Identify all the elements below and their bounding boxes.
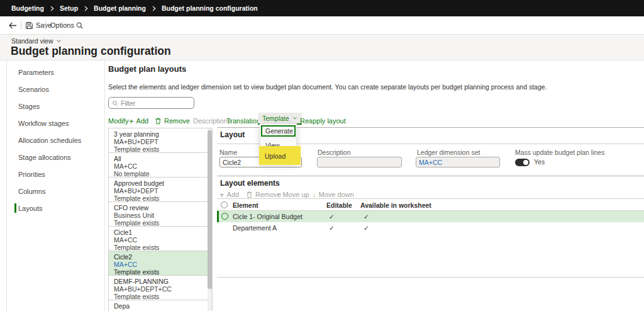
editable-check-icon: ✓ <box>329 224 335 232</box>
breadcrumb-item-budget-planning-configuration[interactable]: Budget planning configuration <box>162 4 258 12</box>
list-item[interactable]: DEMF-PLANNING MA+BU+DEPT+CC Template exi… <box>109 276 212 300</box>
save-icon <box>25 21 33 30</box>
budget-planning-configuration-window: Budgeting Setup Budget planning Budget p… <box>0 0 644 311</box>
sidebar-item-priorities[interactable]: Priorities <box>7 166 104 183</box>
descriptions-button[interactable]: Descriptions <box>193 115 231 127</box>
grid-bottom-border <box>217 277 644 278</box>
layout-dimension: MA+BU+DEPT <box>114 187 206 195</box>
back-arrow-icon <box>8 21 18 30</box>
toggle-knob <box>523 160 528 165</box>
reapply-layout-button[interactable]: Reapply layout <box>300 115 346 127</box>
name-field-label: Name <box>219 149 237 156</box>
description-field[interactable] <box>317 157 402 167</box>
chevron-right-icon <box>151 6 157 11</box>
sidebar-item-stages[interactable]: Stages <box>7 98 104 115</box>
list-scrollbar[interactable] <box>208 128 212 310</box>
template-label: Template <box>262 115 289 122</box>
breadcrumb-item-budget-planning[interactable]: Budget planning <box>94 4 146 12</box>
reapply-layout-label: Reapply layout <box>300 117 346 125</box>
scrollbar-thumb[interactable] <box>208 130 212 289</box>
search-icon <box>75 21 84 30</box>
divider <box>21 21 21 30</box>
add-layout-button[interactable]: + Add <box>129 115 148 127</box>
options-label: Options <box>50 21 74 29</box>
ledger-dimension-set-field[interactable] <box>416 157 500 167</box>
sidebar-item-scenarios[interactable]: Scenarios <box>7 81 104 98</box>
filter-placeholder: Filter <box>121 99 135 107</box>
sidebar-item-stage-allocations[interactable]: Stage allocations <box>7 149 104 166</box>
select-all-radio[interactable] <box>221 201 228 208</box>
filter-input[interactable]: Filter <box>108 97 194 109</box>
layout-template-status: Template exists <box>114 195 206 202</box>
layout-name: All <box>114 155 206 162</box>
layout-dimension: MA+BU+DEPT+CC <box>114 285 206 293</box>
layout-name: 3 year planning <box>114 130 206 138</box>
remove-layout-button[interactable]: Remove <box>155 115 190 127</box>
available-check-icon: ✓ <box>364 213 369 220</box>
layout-name: Depa <box>114 302 206 310</box>
save-label: Save <box>36 21 52 29</box>
modify-button[interactable]: Modify <box>108 115 128 127</box>
column-header-editable: Editable <box>326 201 352 209</box>
row-radio[interactable] <box>221 213 228 220</box>
list-item[interactable]: All MA+CC No template <box>109 153 212 178</box>
sidebar-item-allocation-schedules[interactable]: Allocation schedules <box>7 132 104 149</box>
sidebar-item-layouts[interactable]: Layouts <box>7 200 104 217</box>
vertical-tabs: Parameters Scenarios Stages Workflow sta… <box>6 60 105 311</box>
mass-update-label: Mass update budget plan lines <box>515 149 604 156</box>
view-selector[interactable]: Standard view <box>11 37 62 45</box>
search-button[interactable] <box>75 16 84 34</box>
sidebar-item-columns[interactable]: Columns <box>7 183 104 200</box>
layout-name: Cicle1 <box>114 229 206 236</box>
table-row[interactable]: Departement A ✓ ✓ <box>217 222 644 234</box>
section-description: Select the elements and ledger dimension… <box>108 83 547 91</box>
list-item[interactable]: 3 year planning MA+BU+DEPT Template exis… <box>109 128 212 153</box>
editable-check-icon: ✓ <box>329 213 335 220</box>
content-area: Parameters Scenarios Stages Workflow sta… <box>0 60 644 311</box>
layout-section-title: Layout <box>220 130 245 139</box>
arrow-up-icon: ↑ <box>277 191 280 198</box>
page-title: Budget planning configuration <box>11 45 171 58</box>
chevron-right-icon <box>83 6 89 11</box>
column-header-element: Element <box>233 201 258 209</box>
plus-icon: + <box>129 116 134 126</box>
search-icon <box>112 100 118 106</box>
breadcrumb-item-setup[interactable]: Setup <box>60 4 78 12</box>
description-field-label: Description <box>318 149 351 156</box>
sidebar-item-parameters[interactable]: Parameters <box>7 64 104 81</box>
list-item[interactable]: Approved budget MA+BU+DEPT Template exis… <box>109 178 212 202</box>
options-button[interactable]: Options <box>50 16 74 34</box>
mass-update-toggle[interactable] <box>515 159 530 166</box>
menu-item-upload-highlighted[interactable]: Upload <box>259 146 301 165</box>
breadcrumb: Budgeting Setup Budget planning Budget p… <box>0 0 644 16</box>
ledger-dimension-set-label: Ledger dimension set <box>417 149 480 156</box>
breadcrumb-item-budgeting[interactable]: Budgeting <box>11 4 44 12</box>
element-link[interactable]: Cicle 1- Original Budget <box>233 213 303 220</box>
layout-name: DEMF-PLANNING <box>114 278 206 285</box>
divider <box>45 21 46 30</box>
table-row-selected[interactable]: Cicle 1- Original Budget ✓ ✓ <box>217 211 644 222</box>
descriptions-label: Descriptions <box>193 117 231 125</box>
save-button[interactable]: Save <box>25 16 52 34</box>
chevron-right-icon <box>49 6 55 11</box>
layout-dimension: MA+BU+DEPT <box>114 138 206 145</box>
layout-dimension: MA+CC <box>114 236 206 244</box>
trash-icon <box>246 191 253 198</box>
list-item[interactable]: CFO review Business Unit Template exists <box>109 202 212 227</box>
layout-name: Approved budget <box>114 179 206 187</box>
sidebar-item-workflow-stages[interactable]: Workflow stages <box>7 115 104 132</box>
layout-elements-section-title: Layout elements <box>220 179 280 188</box>
column-header-available: Available in worksheet <box>360 201 431 209</box>
layout-template-status: Template exists <box>114 145 206 153</box>
layout-list: 3 year planning MA+BU+DEPT Template exis… <box>108 128 213 311</box>
list-item[interactable]: Cicle1 MA+CC Template exists <box>109 227 212 251</box>
list-item-selected[interactable]: Cicle2 MA+CC Template exists <box>109 251 212 276</box>
back-button[interactable] <box>8 16 18 34</box>
layout-template-status: Template exists <box>114 219 206 227</box>
list-item[interactable]: Depa <box>109 300 212 311</box>
menu-item-generate[interactable]: Generate <box>261 125 296 137</box>
layout-template-status: Template exists <box>114 293 206 300</box>
chevron-down-icon <box>292 116 297 120</box>
move-down-label: Move down <box>319 191 354 198</box>
modify-label: Modify <box>108 117 128 125</box>
